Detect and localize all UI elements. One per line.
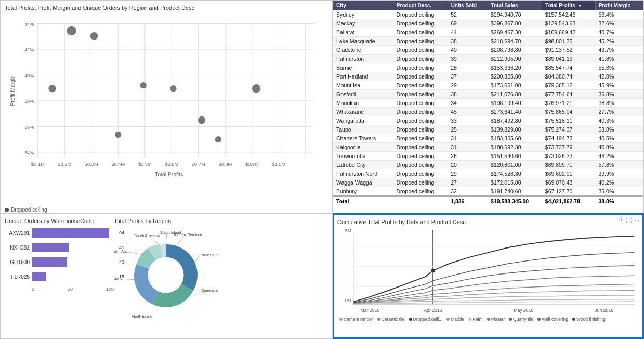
col-margin[interactable]: Profit Margin — [595, 1, 643, 10]
scatter-legend: Dropped ceiling — [5, 207, 47, 213]
bar-row: GUT93043 — [5, 257, 114, 267]
svg-text:38%: 38% — [24, 99, 34, 104]
table-cell: 29 — [448, 81, 488, 90]
table-cell: $85,547.74 — [542, 63, 596, 72]
svg-text:Apr 2016: Apr 2016 — [424, 308, 442, 313]
table-row: Latrobe CityDropped ceiling20$120,801.00… — [333, 161, 643, 170]
table-cell: $153,336.20 — [488, 63, 542, 72]
table-cell: 45.9% — [595, 81, 643, 90]
table-row: SydneyDropped ceiling52$294,940.70$157,5… — [333, 10, 643, 19]
svg-text:44%: 44% — [24, 22, 34, 27]
svg-text:$0.6M: $0.6M — [165, 162, 178, 167]
table-scroll[interactable]: City Product Desc. Units Sold Total Sale… — [333, 1, 643, 213]
table-cell: $191,740.60 — [488, 187, 542, 197]
table-cell: $91,237.52 — [542, 46, 596, 55]
svg-text:0M: 0M — [345, 298, 351, 303]
col-city[interactable]: City — [333, 1, 393, 10]
table-cell: 39 — [448, 55, 488, 63]
table-cell: $172,015.80 — [488, 178, 542, 187]
svg-text:$0.3M: $0.3M — [85, 162, 98, 167]
table-cell: 57.8% — [595, 161, 643, 170]
table-cell: Dropped ceiling — [393, 161, 448, 170]
bar-container: 45 — [32, 243, 114, 252]
table-row: WangarattaDropped ceiling33$187,492.80$7… — [333, 116, 643, 125]
svg-point-39 — [140, 82, 147, 88]
legend-item: Dropped ceili... — [409, 317, 443, 322]
svg-point-41 — [198, 116, 205, 124]
table-cell: $75,274.37 — [542, 125, 596, 134]
table-cell: 40 — [448, 46, 488, 55]
table-cell: Charters Towers — [333, 134, 393, 143]
legend-color-dot — [377, 318, 380, 321]
table-cell: 33 — [448, 116, 488, 125]
svg-text:Victoria: Victoria — [114, 276, 123, 281]
legend-dot — [5, 208, 9, 212]
bar-label: FLR025 — [5, 274, 30, 280]
line-chart-svg: 5M 0M Mar 2016 Apr 2016 May 2016 Jun 201… — [337, 226, 639, 315]
legend-color-dot — [468, 318, 471, 321]
table-cell: $151,540.60 — [488, 152, 542, 161]
scatter-panel: Total Profits, Profit Margin and Unique … — [0, 0, 333, 213]
table-cell: 31 — [448, 134, 488, 143]
table-cell: 20 — [448, 161, 488, 170]
table-cell: 41.8% — [595, 55, 643, 63]
table-cell: 40.8% — [595, 143, 643, 152]
table-cell: $269,467.30 — [488, 28, 542, 37]
more-icon[interactable]: ··· — [635, 217, 639, 224]
donut-title: Total Profits by Region — [114, 218, 328, 224]
table-cell: 37 — [448, 72, 488, 81]
table-cell: $183,365.60 — [488, 134, 542, 143]
table-cell: Gladstone — [333, 46, 393, 55]
svg-text:40%: 40% — [24, 73, 34, 79]
table-cell: $218,694.70 — [488, 37, 542, 46]
table-cell: Taupo — [333, 125, 393, 134]
bar-row: AXW29194 — [5, 228, 114, 238]
col-profits[interactable]: Total Profits ▼ — [542, 1, 596, 10]
table-footer-cell: 1,836 — [448, 196, 488, 206]
legend-item: Paint — [468, 317, 482, 322]
dashboard: Total Profits, Profit Margin and Unique … — [0, 0, 644, 339]
table-row: GosfordDropped ceiling38$211,076.80$77,7… — [333, 90, 643, 99]
legend-color-dot — [537, 318, 541, 321]
table-cell: 29 — [448, 170, 488, 178]
col-sales[interactable]: Total Sales — [488, 1, 542, 10]
scatter-area: 44% 42% 40% 38% 36% 34% $0.1M $0.2M $0.3… — [5, 13, 328, 190]
table-cell: $273,641.40 — [488, 108, 542, 116]
table-row: BunburyDropped ceiling32$191,740.60$67,1… — [333, 187, 643, 197]
table-cell: Dropped ceiling — [393, 116, 448, 125]
bar-fill — [32, 228, 109, 238]
legend-item: Wall covering — [537, 317, 568, 322]
scatter-title: Total Profits, Profit Margin and Unique … — [5, 5, 328, 11]
legend-label: Wall covering — [542, 317, 568, 322]
svg-point-37 — [90, 32, 98, 40]
table-cell: Dropped ceiling — [393, 37, 448, 46]
legend-label: Wood finishing — [576, 317, 606, 322]
table-cell: 53.8% — [595, 125, 643, 134]
col-units[interactable]: Units Sold — [448, 1, 488, 10]
line-legend: Cement renderCeramic tileDropped ceili..… — [337, 317, 639, 322]
svg-line-46 — [194, 255, 201, 263]
bar-row: FLR02518 — [5, 272, 114, 281]
bottom-left-panel: Unique Orders by WarehouseCode AXW29194N… — [0, 213, 333, 339]
table-cell: Dropped ceiling — [393, 134, 448, 143]
legend-item: Quarry tile — [509, 317, 533, 322]
table-row: ToowoombaDropped ceiling26$151,540.60$73… — [333, 152, 643, 161]
col-product[interactable]: Product Desc. — [393, 1, 448, 10]
table-cell: $75,865.04 — [542, 108, 596, 116]
table-cell: $69,809.71 — [542, 161, 596, 170]
expand-icon[interactable]: ⛶ — [626, 217, 632, 224]
svg-point-43 — [252, 84, 260, 93]
legend-color-dot — [409, 318, 412, 321]
table-cell: 25 — [448, 125, 488, 134]
table-cell: 53.4% — [595, 10, 643, 19]
legend-item: Ceramic tile — [377, 317, 405, 322]
data-table: City Product Desc. Units Sold Total Sale… — [333, 1, 643, 206]
table-cell: Dropped ceiling — [393, 28, 448, 37]
table-cell: $174,528.30 — [488, 170, 542, 178]
table-cell: Dropped ceiling — [393, 108, 448, 116]
svg-text:Northern Territory: Northern Territory — [173, 232, 202, 237]
drag-icon[interactable]: ⠿ — [619, 217, 623, 224]
line-chart-panel: ⠿ ⛶ ··· Cumulative Total Profits by Date… — [333, 213, 644, 339]
table-cell: Dropped ceiling — [393, 10, 448, 19]
table-row: WhakataneDropped ceiling45$273,641.40$75… — [333, 108, 643, 116]
